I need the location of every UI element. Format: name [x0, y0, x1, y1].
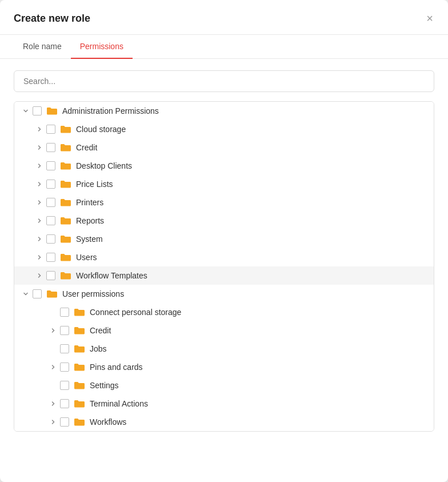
checkbox-cloud-storage[interactable]: [46, 125, 55, 134]
folder-icon: [60, 161, 71, 170]
checkbox-desktop-clients[interactable]: [46, 161, 55, 170]
checkbox-system[interactable]: [46, 234, 55, 244]
checkbox-users[interactable]: [46, 253, 55, 262]
cloud-storage-label: Cloud storage: [76, 125, 126, 134]
checkbox-printers[interactable]: [46, 198, 55, 207]
credit-admin-label: Credit: [76, 143, 97, 152]
settings-label: Settings: [90, 381, 119, 390]
tree-item-credit-user: Credit: [14, 321, 434, 340]
checkbox-user-permissions[interactable]: [33, 289, 42, 298]
checkbox-settings[interactable]: [60, 381, 69, 390]
tree-item-connect-personal-storage: Connect personal storage: [14, 303, 434, 321]
modal-body: Administration Permissions Cloud storage: [0, 59, 448, 482]
checkbox-pins-and-cards[interactable]: [60, 363, 69, 372]
desktop-clients-label: Desktop Clients: [76, 161, 132, 170]
workflows-user-label: Workflows: [90, 417, 126, 427]
tab-permissions[interactable]: Permissions: [71, 35, 133, 59]
chevron-right-icon[interactable]: [35, 234, 44, 244]
chevron-right-icon[interactable]: [35, 198, 44, 207]
folder-icon: [74, 326, 85, 335]
folder-icon: [46, 106, 58, 115]
checkbox-admin[interactable]: [33, 106, 42, 115]
chevron-right-icon[interactable]: [35, 253, 44, 262]
reports-label: Reports: [76, 216, 104, 225]
chevron-down-icon[interactable]: [21, 289, 30, 298]
user-permissions-label: User permissions: [62, 289, 124, 298]
terminal-actions-label: Terminal Actions: [90, 399, 148, 408]
folder-icon: [74, 417, 85, 427]
tabs-bar: Role name Permissions: [0, 35, 448, 59]
spacer: [49, 344, 58, 353]
jobs-label: Jobs: [90, 344, 107, 353]
credit-user-label: Credit: [90, 326, 111, 335]
folder-icon: [60, 198, 71, 207]
tree-item-pins-and-cards: Pins and cards: [14, 358, 434, 376]
create-role-modal: Create new role × Role name Permissions …: [0, 0, 448, 482]
tree-item-jobs: Jobs: [14, 340, 434, 358]
spacer: [49, 308, 58, 317]
folder-icon: [74, 308, 85, 317]
modal-title: Create new role: [14, 13, 90, 25]
chevron-right-icon[interactable]: [35, 161, 44, 170]
checkbox-connect-personal-storage[interactable]: [60, 308, 69, 317]
folder-icon: [60, 125, 71, 134]
checkbox-credit-admin[interactable]: [46, 143, 55, 152]
pins-and-cards-label: Pins and cards: [90, 363, 143, 372]
tree-item-cloud-storage: Cloud storage: [14, 120, 434, 138]
modal-header: Create new role ×: [0, 0, 448, 35]
folder-icon: [74, 344, 85, 353]
tree-item-desktop-clients: Desktop Clients: [14, 157, 434, 175]
system-label: System: [76, 234, 103, 244]
tree-item-settings: Settings: [14, 376, 434, 395]
checkbox-reports[interactable]: [46, 216, 55, 225]
tree-section-admin: Administration Permissions: [14, 102, 434, 120]
chevron-right-icon[interactable]: [35, 125, 44, 134]
checkbox-jobs[interactable]: [60, 344, 69, 353]
tree-item-price-lists: Price Lists: [14, 175, 434, 193]
permissions-tree: Administration Permissions Cloud storage: [14, 101, 434, 432]
folder-icon: [60, 234, 71, 244]
connect-personal-storage-label: Connect personal storage: [90, 308, 181, 317]
folder-icon: [60, 253, 71, 262]
chevron-right-icon[interactable]: [35, 143, 44, 152]
folder-icon: [60, 216, 71, 225]
admin-label: Administration Permissions: [62, 106, 159, 115]
tree-item-workflows-user: Workflows: [14, 413, 434, 431]
chevron-right-icon[interactable]: [35, 180, 44, 189]
chevron-right-icon[interactable]: [35, 271, 44, 280]
spacer: [49, 381, 58, 390]
tree-item-reports: Reports: [14, 212, 434, 230]
workflow-templates-label: Workflow Templates: [76, 271, 147, 280]
tree-item-credit-admin: Credit: [14, 138, 434, 157]
tree-item-system: System: [14, 230, 434, 248]
folder-icon: [60, 180, 71, 189]
folder-icon: [74, 381, 85, 390]
folder-icon: [46, 289, 58, 298]
checkbox-terminal-actions[interactable]: [60, 399, 69, 408]
folder-icon: [60, 271, 71, 280]
chevron-down-icon[interactable]: [21, 106, 30, 115]
tree-item-workflow-templates: Workflow Templates: [14, 266, 434, 285]
chevron-right-icon[interactable]: [35, 216, 44, 225]
folder-icon: [74, 399, 85, 408]
printers-label: Printers: [76, 198, 103, 207]
checkbox-workflows-user[interactable]: [60, 417, 69, 427]
tree-section-user: User permissions: [14, 285, 434, 303]
close-button[interactable]: ×: [425, 11, 434, 25]
chevron-right-icon[interactable]: [49, 399, 58, 408]
checkbox-price-lists[interactable]: [46, 180, 55, 189]
tree-item-printers: Printers: [14, 193, 434, 212]
checkbox-credit-user[interactable]: [60, 326, 69, 335]
chevron-right-icon[interactable]: [49, 326, 58, 335]
tab-role-name[interactable]: Role name: [14, 35, 71, 59]
chevron-right-icon[interactable]: [49, 363, 58, 372]
checkbox-workflow-templates[interactable]: [46, 271, 55, 280]
price-lists-label: Price Lists: [76, 180, 113, 189]
users-label: Users: [76, 253, 97, 262]
folder-icon: [74, 363, 85, 372]
chevron-right-icon[interactable]: [49, 417, 58, 427]
search-input[interactable]: [14, 70, 434, 92]
folder-icon: [60, 143, 71, 152]
tree-item-users: Users: [14, 248, 434, 266]
tree-item-terminal-actions: Terminal Actions: [14, 395, 434, 413]
